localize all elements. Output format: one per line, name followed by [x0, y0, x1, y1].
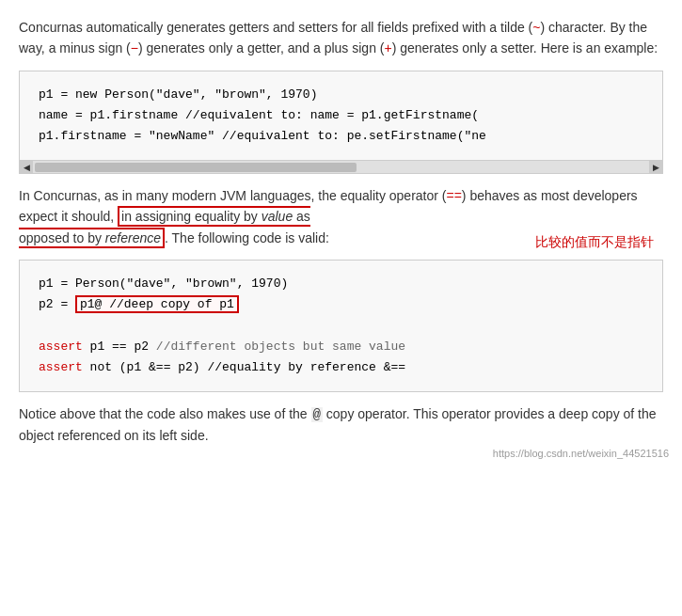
code2-line5-rest: not (p1 &== p2) //equality by reference …: [83, 360, 405, 374]
code2-line-blank: [39, 315, 643, 336]
code2-line-5: assert not (p1 &== p2) //equality by ref…: [39, 357, 643, 378]
code-line-3: p1.firstname = "newName" //equivalent to…: [39, 126, 643, 147]
code-block-2: p1 = Person("dave", "brown", 1970) p2 = …: [19, 260, 663, 391]
para2-text1: In Concurnas, as in many modern JVM lang…: [19, 188, 446, 203]
minus-char: −: [131, 40, 138, 55]
annotation-chinese: 比较的值而不是指针: [535, 234, 654, 251]
para3-text1: Notice above that the code also makes us…: [19, 406, 311, 421]
code-block-2-content: p1 = Person("dave", "brown", 1970) p2 = …: [20, 261, 662, 390]
scrollbar-area-1[interactable]: ◀ ▶: [20, 160, 662, 173]
para1-text4: ) generates only a setter. Here is an ex…: [392, 40, 658, 55]
code2-line-4: assert p1 == p2 //different objects but …: [39, 337, 643, 357]
page-container: Concurnas automatically generates getter…: [0, 0, 682, 466]
eq-operator: ==: [446, 188, 461, 203]
watermark: https://blog.csdn.net/weixin_44521516: [493, 448, 669, 459]
paragraph-3: Notice above that the code also makes us…: [19, 403, 663, 447]
assert-keyword-2: assert: [39, 360, 83, 374]
para1-text1: Concurnas automatically generates getter…: [19, 20, 532, 35]
at-operator: @: [311, 407, 323, 422]
code2-line-1: p1 = Person("dave", "brown", 1970): [39, 274, 643, 294]
scrollbar-thumb-1[interactable]: [35, 163, 357, 172]
plus-char: +: [384, 40, 391, 55]
scroll-left-arrow[interactable]: ◀: [20, 161, 33, 174]
deep-copy-box: p1@ //deep copy of p1: [75, 295, 239, 313]
code-line-1: p1 = new Person("dave", "brown", 1970): [39, 85, 643, 105]
code2-line4-rest: p1 == p2: [83, 340, 149, 354]
scroll-right-arrow[interactable]: ▶: [649, 161, 662, 174]
boxed-value-text: in assigning equality by value asopposed…: [19, 206, 310, 247]
assert-keyword-1: assert: [39, 340, 83, 354]
code2-line-2: p2 = p1@ //deep copy of p1: [39, 294, 643, 315]
code2-line4-comment: //different objects but same value: [149, 340, 405, 354]
para1-text3: ) generates only a getter, and a plus si…: [138, 40, 385, 55]
code-block-1: p1 = new Person("dave", "brown", 1970) n…: [19, 71, 663, 174]
code-line-2: name = p1.firstname //equivalent to: nam…: [39, 105, 643, 126]
paragraph-2-wrapper: In Concurnas, as in many modern JVM lang…: [19, 185, 663, 248]
paragraph-1: Concurnas automatically generates getter…: [19, 17, 663, 59]
code-block-1-content: p1 = new Person("dave", "brown", 1970) n…: [20, 71, 662, 160]
